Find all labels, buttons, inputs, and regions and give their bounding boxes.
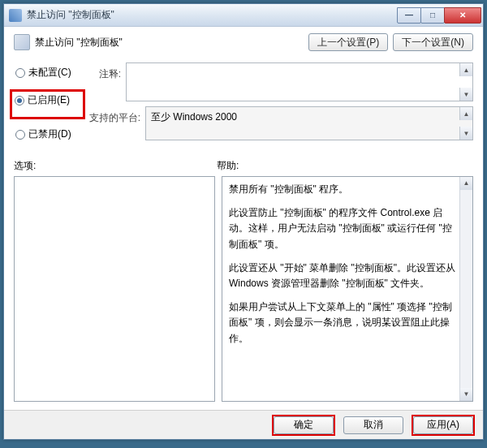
help-text: 禁用所有 "控制面板" 程序。: [229, 182, 458, 197]
comment-label: 注释:: [85, 62, 126, 81]
radio-not-configured[interactable]: 未配置(C): [14, 64, 85, 81]
comment-textarea[interactable]: ▲ ▼: [126, 62, 473, 101]
app-icon: [9, 9, 22, 22]
radio-label: 已启用(E): [28, 93, 70, 107]
scroll-up-icon[interactable]: ▲: [460, 177, 472, 190]
titlebar[interactable]: 禁止访问 "控制面板" — □ ✕: [4, 4, 483, 27]
help-text: 此设置还从 "开始" 菜单删除 "控制面板"。此设置还从 Windows 资源管…: [229, 261, 458, 291]
next-setting-button[interactable]: 下一个设置(N): [393, 33, 473, 51]
prev-setting-button[interactable]: 上一个设置(P): [308, 33, 388, 51]
radio-label: 已禁用(D): [28, 127, 71, 141]
help-text: 此设置防止 "控制面板" 的程序文件 Control.exe 启动。这样，用户无…: [229, 205, 458, 252]
policy-title: 禁止访问 "控制面板": [35, 36, 308, 50]
scroll-up-icon[interactable]: ▲: [459, 63, 472, 76]
close-button[interactable]: ✕: [444, 7, 481, 24]
platform-label: 支持的平台:: [85, 106, 145, 125]
dialog-footer: 确定 取消 应用(A): [4, 410, 483, 439]
scroll-up-icon[interactable]: ▲: [459, 107, 472, 120]
highlight-apply: 应用(A): [412, 415, 475, 436]
highlight-enabled: 已启用(E): [10, 89, 85, 119]
help-pane: 禁用所有 "控制面板" 程序。 此设置防止 "控制面板" 的程序文件 Contr…: [222, 176, 473, 402]
scroll-down-icon[interactable]: ▼: [460, 388, 472, 401]
dialog-window: 禁止访问 "控制面板" — □ ✕ 禁止访问 "控制面板" 上一个设置(P) 下…: [3, 3, 484, 440]
ok-button[interactable]: 确定: [274, 416, 334, 434]
radio-enabled[interactable]: 已启用(E): [13, 92, 81, 109]
maximize-button[interactable]: □: [420, 7, 445, 24]
help-label: 帮助:: [217, 159, 473, 173]
policy-icon: [14, 34, 30, 50]
apply-button[interactable]: 应用(A): [413, 416, 473, 434]
radio-disabled[interactable]: 已禁用(D): [14, 126, 85, 143]
scroll-down-icon[interactable]: ▼: [459, 88, 472, 101]
options-label: 选项:: [14, 159, 217, 173]
radio-icon: [15, 96, 24, 106]
options-pane: [14, 176, 215, 402]
radio-icon: [15, 68, 25, 78]
cancel-button[interactable]: 取消: [343, 416, 403, 434]
window-title: 禁止访问 "控制面板": [27, 8, 398, 22]
platform-text: 至少 Windows 2000: [151, 111, 237, 123]
minimize-button[interactable]: —: [397, 7, 421, 24]
dialog-content: 禁止访问 "控制面板" 上一个设置(P) 下一个设置(N) 未配置(C) 已启用…: [4, 27, 483, 410]
highlight-ok: 确定: [272, 415, 335, 436]
platform-box: 至少 Windows 2000 ▲ ▼: [145, 106, 473, 140]
help-text: 如果用户尝试从上下文菜单上的 "属性" 项选择 "控制面板" 项，则会显示一条消…: [229, 299, 458, 347]
scrollbar[interactable]: ▲ ▼: [459, 177, 472, 401]
radio-icon: [15, 130, 25, 140]
scroll-down-icon[interactable]: ▼: [459, 127, 472, 140]
radio-label: 未配置(C): [28, 66, 71, 80]
